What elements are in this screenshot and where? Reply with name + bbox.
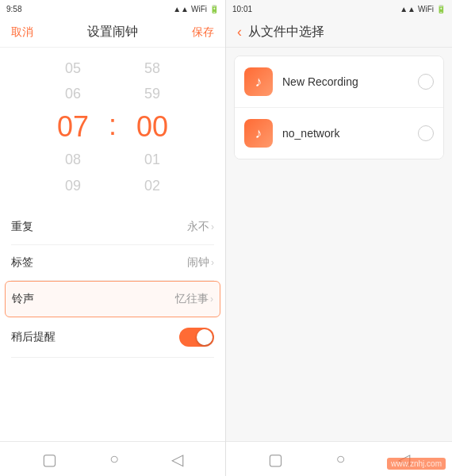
home-icon[interactable]: ▢ xyxy=(42,450,57,469)
signal-icon-left: ▲▲ xyxy=(173,5,189,13)
file-picker-title: 从文件中选择 xyxy=(248,24,324,40)
time-picker: 05 06 07 08 09 : 58 59 00 01 02 xyxy=(0,48,225,209)
ringtone-value: 忆往事› xyxy=(175,292,213,306)
status-time-left: 9:58 xyxy=(6,5,21,13)
ringtone-arrow-icon: › xyxy=(210,294,213,305)
file-icon-new-recording: ♪ xyxy=(244,67,273,96)
repeat-row[interactable]: 重复 永不› xyxy=(11,209,214,245)
hour-prev2: 05 xyxy=(65,56,81,81)
right-panel: 10:01 ▲▲ WiFi 🔋 ‹ 从文件中选择 ♪ New Recording… xyxy=(226,0,452,476)
toggle-knob xyxy=(197,329,213,345)
watermark: www.znhj.com xyxy=(387,458,446,470)
minute-next1: 01 xyxy=(144,147,160,172)
file-icon-no-network: ♪ xyxy=(244,119,273,148)
label-value: 闹钟› xyxy=(187,255,214,270)
radio-no-network[interactable] xyxy=(418,125,434,141)
file-name-new-recording: New Recording xyxy=(282,75,418,88)
hour-column[interactable]: 05 06 07 08 09 xyxy=(37,56,109,198)
alarm-top-bar: 取消 设置闹钟 保存 xyxy=(0,17,225,48)
ringtone-label: 铃声 xyxy=(12,292,34,306)
minute-column[interactable]: 58 59 00 01 02 xyxy=(117,56,188,198)
file-item-no-network[interactable]: ♪ no_network xyxy=(235,108,443,159)
music-note-icon: ♪ xyxy=(255,74,262,90)
file-picker-top-bar: ‹ 从文件中选择 xyxy=(226,17,452,48)
hour-active: 07 xyxy=(57,107,89,147)
minute-next2: 02 xyxy=(144,173,160,198)
battery-icon-right: 🔋 xyxy=(436,5,446,13)
back-icon-right[interactable]: ○ xyxy=(335,450,345,468)
repeat-value: 永不› xyxy=(187,220,214,234)
bottom-nav-left: ▢ ○ ◁ xyxy=(0,441,225,476)
repeat-arrow-icon: › xyxy=(211,221,214,232)
cancel-button[interactable]: 取消 xyxy=(11,25,33,40)
back-icon[interactable]: ○ xyxy=(109,450,119,468)
repeat-label: 重复 xyxy=(11,220,33,234)
minute-prev1: 59 xyxy=(144,81,160,106)
label-arrow-icon: › xyxy=(211,257,214,268)
signal-icon-right: ▲▲ xyxy=(400,5,416,13)
minute-active: 00 xyxy=(136,107,168,147)
music-note-icon-2: ♪ xyxy=(255,125,262,142)
hour-prev1: 06 xyxy=(65,81,81,106)
home-icon-right[interactable]: ▢ xyxy=(268,450,283,469)
wifi-icon-right: WiFi xyxy=(418,5,434,13)
status-icons-left: ▲▲ WiFi 🔋 xyxy=(173,5,219,13)
left-panel: 9:58 ▲▲ WiFi 🔋 取消 设置闹钟 保存 05 06 07 08 09… xyxy=(0,0,226,476)
file-name-no-network: no_network xyxy=(282,127,418,140)
save-button[interactable]: 保存 xyxy=(192,25,214,40)
status-bar-left: 9:58 ▲▲ WiFi 🔋 xyxy=(0,0,225,17)
status-bar-right: 10:01 ▲▲ WiFi 🔋 xyxy=(226,0,452,17)
file-item-new-recording[interactable]: ♪ New Recording xyxy=(235,56,443,108)
snooze-row: 稍后提醒 xyxy=(11,317,214,358)
settings-list: 重复 永不› 标签 闹钟› 铃声 忆往事› 稍后提醒 xyxy=(0,209,225,441)
label-row[interactable]: 标签 闹钟› xyxy=(11,245,214,281)
snooze-label: 稍后提醒 xyxy=(11,330,56,344)
back-button[interactable]: ‹ xyxy=(237,24,242,40)
status-time-right: 10:01 xyxy=(232,5,252,13)
status-icons-right: ▲▲ WiFi 🔋 xyxy=(400,5,446,13)
minute-prev2: 58 xyxy=(144,56,160,81)
recent-icon[interactable]: ◁ xyxy=(171,450,183,469)
hour-next2: 09 xyxy=(65,173,81,198)
alarm-title: 设置闹钟 xyxy=(87,24,138,40)
hour-next1: 08 xyxy=(65,147,81,172)
ringtone-row[interactable]: 铃声 忆往事› xyxy=(5,281,220,317)
radio-new-recording[interactable] xyxy=(418,74,434,90)
label-label: 标签 xyxy=(11,255,33,270)
battery-icon-left: 🔋 xyxy=(209,5,219,13)
time-colon: : xyxy=(109,109,117,142)
snooze-toggle[interactable] xyxy=(179,328,214,347)
file-list: ♪ New Recording ♪ no_network xyxy=(234,56,444,159)
wifi-icon-left: WiFi xyxy=(191,5,207,13)
